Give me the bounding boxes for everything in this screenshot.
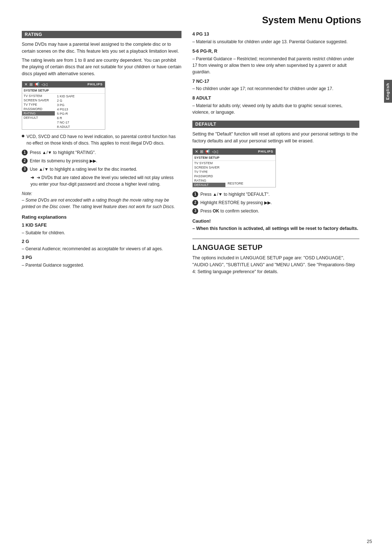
rating-para2: The rating levels are from 1 to 8 and ar…: [22, 57, 181, 77]
signal-icon2: ◁◁: [212, 149, 218, 154]
menu-icon2: ✕: [195, 149, 198, 154]
default-header: DEFAULT: [192, 121, 359, 128]
rating-4: 4 PG 13 – Material is unsuitable for chi…: [192, 31, 359, 45]
rating-1: 1 KID SAFE – Suitable for children.: [22, 222, 181, 236]
speaker-icon: 📢: [34, 82, 40, 87]
bullet-vcd: VCD, SVCD and CD have no level indicatio…: [22, 133, 181, 146]
rating-3: 3 PG – Parental Guidance suggested.: [22, 254, 181, 268]
default-section: DEFAULT Setting the "Default" function w…: [192, 121, 359, 232]
english-tab: English: [384, 80, 392, 103]
rating-5-6: 5-6 PG-R, R – Parental Guidance – Restri…: [192, 48, 359, 75]
rating-8: 8 ADULT – Material for adults only; view…: [192, 95, 359, 116]
language-setup-title: LANGUAGE SETUP: [192, 243, 359, 252]
default-ui-box: ✕ ⊞ 📢 ◁◁ PHILIPS SYSTEM SETUP TV SYSTEM …: [192, 148, 276, 187]
menu-icon: ✕: [24, 82, 28, 87]
rating-step3: 3 Use ▲/▼ to highlight a rating level fo…: [22, 166, 181, 173]
caution-title: Caution!: [192, 218, 359, 225]
rating-step2: 2 Enter its submenu by pressing ▶▶.: [22, 158, 181, 164]
sub-note-arrow: ➜ ➜ DVDs that are rated above the level …: [30, 174, 181, 187]
rating-explanations: Rating explanations 1 KID SAFE – Suitabl…: [22, 214, 181, 268]
rating-ui-box: ✕ ⊞ 📢 ◁◁ PHILIPS SYSTEM SETUP TV SYSTEM …: [22, 81, 105, 130]
rating-step1-text: Press ▲/▼ to highlight "RATING".: [30, 149, 96, 156]
default-step2: 2 Highlight RESTORE by pressing ▶▶.: [192, 199, 359, 206]
rating-steps: 1 Press ▲/▼ to highlight "RATING". 2 Ent…: [22, 149, 181, 173]
default-step3: 3 Press OK to confirm selection.: [192, 208, 359, 214]
default-step1-text: Press ▲/▼ to highlight "DEFAULT".: [200, 191, 270, 198]
signal-icon: ◁◁: [41, 82, 47, 87]
rating-para1: Some DVDs may have a parental level assi…: [22, 41, 181, 55]
page-number: 25: [367, 539, 372, 544]
disc-icon2: ⊞: [200, 149, 203, 154]
rating-step3-text: Use ▲/▼ to highlight a rating level for …: [30, 166, 137, 173]
rating-step1: 1 Press ▲/▼ to highlight "RATING".: [22, 149, 181, 156]
philips-logo: PHILIPS: [87, 82, 103, 86]
philips-logo2: PHILIPS: [258, 150, 273, 153]
default-step2-text: Highlight RESTORE by pressing ▶▶.: [200, 199, 272, 206]
rating-step2-text: Enter its submenu by pressing ▶▶.: [30, 158, 97, 164]
rating-2: 2 G – General Audience; recommended as a…: [22, 238, 181, 252]
caution-text: – When this function is activated, all s…: [192, 225, 359, 232]
disc-icon: ⊞: [29, 82, 33, 87]
default-step1: 1 Press ▲/▼ to highlight "DEFAULT".: [192, 191, 359, 198]
language-setup-para: The options included in LANGUAGE SETUP p…: [192, 255, 359, 275]
rating-explanations-header: Rating explanations: [22, 214, 181, 220]
default-steps: 1 Press ▲/▼ to highlight "DEFAULT". 2 Hi…: [192, 191, 359, 214]
italic-note: Note: – Some DVDs are not encoded with a…: [22, 190, 181, 210]
default-para: Setting the "Default" function will rese…: [192, 131, 359, 145]
bullet-vcd-text: VCD, SVCD and CD have no level indicatio…: [26, 133, 181, 146]
rating-header: RATING: [22, 31, 181, 38]
rating-7: 7 NC-17 – No children under age 17; not …: [192, 78, 359, 92]
speaker-icon2: 📢: [205, 149, 210, 154]
default-step3-text: Press OK to confirm selection.: [200, 208, 259, 214]
page-title: System Menu Options: [0, 15, 381, 26]
caution-block: Caution! – When this function is activat…: [192, 218, 359, 232]
language-setup-section: LANGUAGE SETUP The options included in L…: [192, 239, 359, 275]
